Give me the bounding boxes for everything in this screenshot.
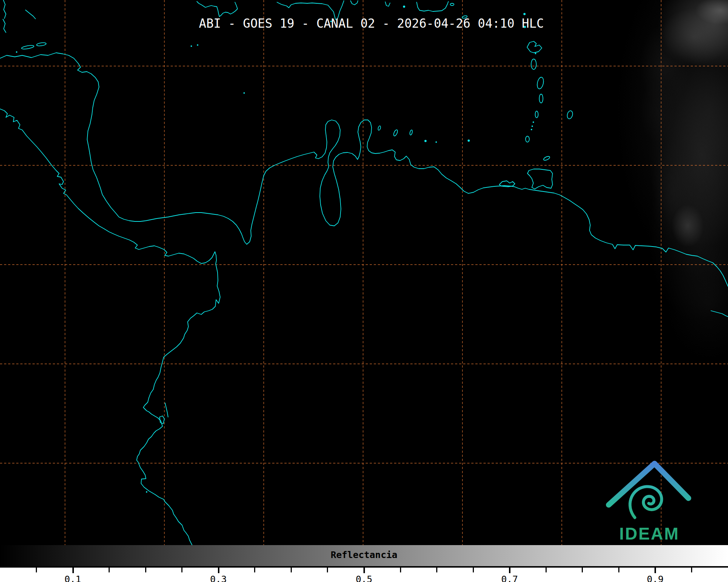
island-outline (535, 111, 538, 118)
island-outline (536, 77, 544, 90)
colorbar-tick (327, 568, 328, 572)
coastline (0, 109, 220, 545)
coastline (351, 1, 358, 5)
colorbar-tick-label: 0.1 (65, 574, 81, 582)
coastline (417, 1, 448, 11)
colorbar-tick (691, 568, 692, 572)
colorbar-tick-label: 0.9 (647, 574, 663, 582)
island-dot (532, 125, 533, 127)
colorbar-tick (109, 568, 110, 572)
coastline (3, 0, 6, 18)
colorbar: Reflectancia 0.10.30.50.70.9 (0, 545, 728, 582)
island-dot (146, 491, 147, 493)
coastline (385, 2, 390, 6)
colorbar-tick (181, 568, 182, 572)
colorbar-tick (145, 568, 146, 572)
island-outline (21, 45, 34, 50)
coastline (711, 311, 728, 317)
colorbar-tick (582, 568, 583, 572)
colorbar-label: Reflectancia (0, 550, 728, 560)
island-dot (197, 44, 198, 46)
island-dot (523, 13, 526, 15)
colorbar-tick (218, 568, 219, 573)
island-dot (243, 92, 245, 94)
island-outline (450, 3, 454, 6)
coastline (197, 1, 237, 17)
island-dot (468, 140, 470, 142)
island-outline (393, 129, 399, 137)
ideam-logo: IDEAM (598, 454, 702, 546)
coastline (527, 41, 542, 53)
island-outline (377, 125, 381, 130)
colorbar-tick (363, 568, 365, 573)
logo-spiral-icon (630, 486, 662, 517)
island-dot (16, 51, 17, 53)
colorbar-tick (400, 568, 401, 572)
island-outline (531, 59, 536, 69)
colorbar-tick (654, 568, 656, 573)
island-outline (37, 42, 47, 47)
island-outline (409, 130, 413, 135)
coastline (0, 53, 728, 286)
image-title: ABI - GOES 19 - CANAL 02 - 2026-04-26 04… (0, 16, 728, 31)
colorbar-tick (254, 568, 255, 572)
colorbar-tick-label: 0.3 (210, 574, 227, 582)
island-outline (543, 156, 550, 161)
coastline (165, 403, 168, 417)
colorbar-gradient: Reflectancia (0, 545, 728, 568)
colorbar-tick (618, 568, 619, 572)
island-dot (531, 129, 532, 130)
island-dot (424, 140, 427, 142)
island-dot (535, 53, 536, 54)
colorbar-tick (436, 568, 437, 572)
island-outline (539, 94, 543, 103)
colorbar-tick (72, 568, 74, 573)
island-outline (526, 136, 529, 142)
island-dot (533, 121, 534, 123)
coastline (160, 416, 164, 424)
island-dot (403, 6, 405, 8)
colorbar-tick-label: 0.5 (356, 574, 372, 582)
colorbar-tick (36, 568, 37, 572)
map-canvas: ABI - GOES 19 - CANAL 02 - 2026-04-26 04… (0, 0, 728, 545)
colorbar-tick (509, 568, 510, 573)
logo-text: IDEAM (619, 524, 679, 543)
colorbar-tick (473, 568, 474, 572)
satellite-image-stage: ABI - GOES 19 - CANAL 02 - 2026-04-26 04… (0, 0, 728, 582)
island-dot (191, 45, 192, 47)
coastline (527, 169, 553, 189)
colorbar-tick (546, 568, 547, 572)
colorbar-tick-label: 0.7 (501, 574, 518, 582)
island-dot (435, 141, 437, 143)
logo-mountain-icon (609, 464, 688, 505)
island-outline (566, 110, 573, 120)
colorbar-tick (291, 568, 292, 572)
